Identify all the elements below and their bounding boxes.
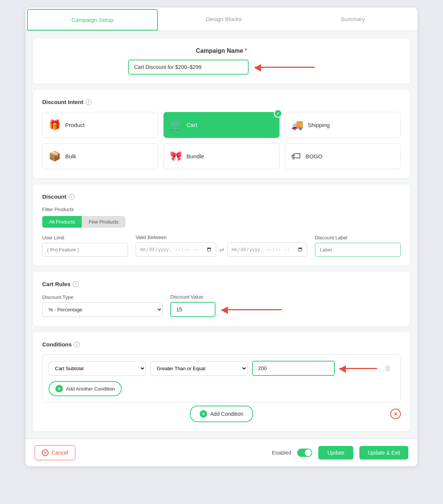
discount-value-group: Discount Value:	[170, 294, 246, 317]
cart-rules-info-icon: i	[73, 281, 79, 287]
filter-btns: All Products Few Products	[42, 216, 125, 228]
add-condition-plus-icon: +	[200, 410, 207, 418]
user-limit-label: User Limit	[42, 235, 128, 241]
valid-from-input[interactable]	[136, 242, 216, 257]
campaign-name-label: Campaign Name *	[42, 47, 401, 54]
content-area: Campaign Name * Discount Intent i 🎁	[26, 31, 417, 439]
cart-check-badge: ✓	[274, 109, 282, 118]
intent-product-btn[interactable]: 🎁 Product	[42, 112, 158, 138]
main-container: Campaign Setup Design Blocks Summary Cam…	[26, 8, 417, 466]
required-star: *	[245, 47, 247, 54]
arrow-right-icon	[255, 67, 315, 68]
intent-cart-btn[interactable]: ✓ 🛒 Cart	[163, 112, 280, 138]
product-icon: 🎁	[49, 119, 61, 131]
discount-arrow-right-icon	[222, 309, 282, 310]
update-exit-button[interactable]: Update & Exit	[359, 446, 408, 460]
add-another-condition-btn[interactable]: + Add Another Condition	[49, 381, 122, 396]
intent-bogo-label: BOGO	[306, 153, 322, 159]
swap-icon: ⇄	[219, 246, 224, 253]
condition-row: Cart Subtotal Cart Total Item Count Grea…	[49, 361, 394, 376]
discount-intent-card: Discount Intent i 🎁 Product ✓ 🛒 Cart 🚚	[33, 90, 410, 178]
add-condition-label: Add Condition	[210, 411, 243, 417]
intent-bulk-label: Bulk	[65, 153, 76, 159]
intent-bogo-btn[interactable]: 🏷 BOGO	[285, 143, 401, 169]
intent-bundle-label: Bundle	[186, 153, 204, 159]
cart-rules-card: Cart Rules i Discount Type: % - Percenta…	[33, 272, 410, 326]
discount-label-input[interactable]	[315, 243, 401, 257]
discount-value-wrap	[170, 302, 246, 317]
enabled-label: Enabled	[272, 450, 291, 456]
footer: ✕ Cancel Enabled Update Update & Exit	[26, 439, 417, 466]
cancel-label: Cancel	[52, 450, 68, 456]
bundle-icon: 🎀	[170, 150, 182, 162]
remove-condition-btn[interactable]: ✕	[390, 409, 401, 419]
user-limit-input[interactable]	[42, 243, 128, 257]
discount-label-label: Discount Label	[315, 235, 401, 241]
add-condition-btn[interactable]: + Add Condition	[190, 406, 253, 422]
discount-arrow-indicator	[222, 309, 282, 310]
cancel-icon: ✕	[42, 449, 49, 456]
arrow-indicator	[255, 67, 315, 68]
cancel-button[interactable]: ✕ Cancel	[35, 445, 75, 460]
update-button[interactable]: Update	[318, 446, 353, 460]
cart-icon: 🛒	[170, 119, 182, 131]
conditions-info-icon: i	[74, 342, 80, 348]
discount-value-input[interactable]	[170, 302, 215, 317]
add-another-plus-icon: +	[55, 385, 63, 392]
discount-card: Discount i Filter Products All Products …	[33, 184, 410, 266]
bogo-icon: 🏷	[291, 150, 301, 162]
campaign-name-input[interactable]	[128, 60, 249, 75]
discount-type-label: Discount Type:	[42, 294, 163, 300]
discount-intent-info-icon: i	[86, 99, 92, 105]
filter-few-products-btn[interactable]: Few Products	[82, 216, 125, 228]
tab-campaign-setup[interactable]: Campaign Setup	[27, 9, 158, 31]
discount-label-group: Discount Label	[315, 235, 401, 257]
add-another-label: Add Another Condition	[66, 386, 115, 392]
condition-operator-select[interactable]: Greater Than or Equal Less Than or Equal…	[150, 361, 247, 376]
intent-shipping-btn[interactable]: 🚚 Shipping	[285, 112, 401, 138]
conditions-card: Conditions i Cart Subtotal Cart Total It…	[33, 332, 410, 431]
enabled-toggle[interactable]	[297, 449, 312, 457]
tab-summary[interactable]: Summary	[288, 8, 417, 31]
add-condition-wrap: + Add Condition ✕	[42, 406, 401, 422]
discount-intent-title: Discount Intent	[42, 99, 83, 105]
discount-type-select[interactable]: % - Percentage $ - Fixed	[42, 302, 163, 317]
bulk-icon: 📦	[49, 150, 61, 162]
tabs-bar: Campaign Setup Design Blocks Summary	[26, 8, 417, 31]
intent-shipping-label: Shipping	[308, 122, 330, 128]
intent-bundle-btn[interactable]: 🎀 Bundle	[163, 143, 280, 169]
user-limit-group: User Limit	[42, 235, 128, 257]
fields-row: User Limit Valid Between ⇄ Discount Labe…	[42, 234, 401, 257]
discount-value-label: Discount Value:	[170, 294, 246, 300]
cart-rules-row: Discount Type: % - Percentage $ - Fixed …	[42, 294, 401, 317]
condition-arrow-right-icon	[339, 368, 377, 369]
tab-design-blocks[interactable]: Design Blocks	[159, 8, 289, 31]
shipping-icon: 🚚	[291, 119, 303, 131]
valid-to-input[interactable]	[227, 242, 308, 257]
condition-arrow-indicator	[339, 368, 377, 369]
intent-product-label: Product	[65, 122, 85, 128]
filter-all-products-btn[interactable]: All Products	[42, 216, 82, 228]
campaign-name-card: Campaign Name *	[33, 38, 410, 84]
discount-info-icon: i	[69, 194, 75, 200]
intent-cart-label: Cart	[186, 122, 197, 128]
cart-rules-title: Cart Rules	[42, 281, 70, 287]
intent-grid: 🎁 Product ✓ 🛒 Cart 🚚 Shipping 📦 Bul	[42, 112, 401, 169]
filter-products-label: Filter Products	[42, 207, 401, 212]
intent-bulk-btn[interactable]: 📦 Bulk	[42, 143, 158, 169]
conditions-inner: Cart Subtotal Cart Total Item Count Grea…	[42, 354, 401, 403]
date-row: ⇄	[136, 242, 307, 257]
conditions-title: Conditions	[42, 341, 72, 348]
discount-title: Discount	[42, 193, 66, 200]
valid-between-group: Valid Between ⇄	[136, 234, 307, 257]
condition-value-input[interactable]	[252, 361, 335, 376]
discount-type-group: Discount Type: % - Percentage $ - Fixed	[42, 294, 163, 317]
footer-right: Enabled Update Update & Exit	[272, 446, 408, 460]
condition-type-select[interactable]: Cart Subtotal Cart Total Item Count	[49, 361, 146, 376]
valid-between-label: Valid Between	[136, 234, 307, 240]
delete-condition-btn[interactable]: 🗑	[382, 362, 394, 375]
